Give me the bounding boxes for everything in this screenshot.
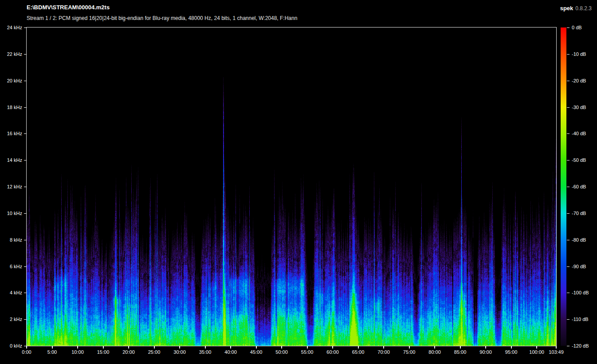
time-tick [26,346,27,348]
legend-tick [567,107,570,108]
time-tick-label: 0:00 [22,349,31,355]
legend-tick [567,187,570,187]
frequency-tick-label: 10 kHz [2,211,22,216]
time-tick-label: 25:00 [148,349,161,355]
frequency-tick [24,187,27,187]
time-tick [103,346,104,348]
frequency-tick-label: 8 kHz [2,237,22,243]
time-tick [307,346,308,348]
frequency-tick-label: 22 kHz [2,51,22,57]
legend-tick [567,293,570,293]
frequency-tick-label: 4 kHz [2,290,22,295]
app-brand: spek0.8.2.3 [560,4,592,12]
time-tick [205,346,206,348]
legend-tick [567,133,570,134]
legend-tick-label: -90 dB [572,264,586,269]
time-tick [536,346,537,348]
frequency-tick-label: 24 kHz [2,25,22,30]
time-tick [332,346,333,348]
time-tick [434,346,435,348]
frequency-tick-label: 16 kHz [2,131,22,136]
stream-description: Stream 1 / 2: PCM signed 16|20|24-bit bi… [27,15,297,21]
time-tick [460,346,461,348]
frequency-tick [24,266,27,267]
frequency-tick-label: 12 kHz [2,184,22,189]
time-tick [154,346,155,348]
time-tick-label: 40:00 [224,349,237,355]
legend-tick-label: -50 dB [572,157,586,163]
frequency-tick-label: 2 kHz [2,317,22,322]
frequency-tick [24,213,27,214]
time-tick [281,346,282,348]
legend-tick-label: 0 dB [572,25,582,30]
legend-tick-label: -70 dB [572,211,586,216]
legend-tick [567,346,570,346]
time-tick [358,346,359,348]
time-tick [485,346,486,348]
time-tick [128,346,129,348]
time-tick [383,346,384,348]
file-path-title: E:\BDMV\STREAM\00004.m2ts [27,4,110,11]
legend-tick-label: -20 dB [572,78,586,83]
frequency-tick [24,81,27,81]
time-tick-label: 15:00 [97,349,110,355]
app-version: 0.8.2.3 [575,5,592,12]
time-tick-label: 75:00 [403,349,416,355]
time-tick [511,346,512,348]
legend-tick [567,213,570,214]
time-tick [179,346,180,348]
legend-tick-label: -100 dB [572,290,589,295]
time-tick [556,346,557,348]
legend-tick-label: -30 dB [572,105,586,110]
time-tick-label: 80:00 [428,349,441,355]
legend-tick [567,319,570,320]
frequency-tick [24,293,27,293]
frequency-tick-label: 18 kHz [2,105,22,110]
time-tick-label: 90:00 [479,349,492,355]
time-tick-label: 100:00 [529,349,544,355]
legend-tick-label: -110 dB [572,317,589,322]
legend-tick-label: -80 dB [572,237,586,243]
legend-tick [567,160,570,160]
frequency-tick-label: 14 kHz [2,157,22,163]
legend-tick [567,81,570,81]
time-tick [77,346,78,348]
time-tick-label: 95:00 [505,349,518,355]
legend-tick [567,240,570,240]
time-tick [52,346,53,348]
time-tick-label: 70:00 [377,349,390,355]
time-tick-label: 20:00 [122,349,135,355]
time-tick [409,346,410,348]
legend-tick-label: -40 dB [572,131,586,136]
time-tick [256,346,257,348]
legend-tick [567,54,570,55]
time-tick-label: 50:00 [275,349,288,355]
spectrogram-frame [26,27,557,346]
frequency-tick-label: 20 kHz [2,78,22,83]
spectrogram-canvas [27,27,556,346]
time-tick-label: 60:00 [326,349,339,355]
legend-tick-label: -120 dB [572,343,589,348]
db-legend-bar [561,27,566,346]
app-name: spek [560,5,573,12]
time-tick-label: 65:00 [352,349,365,355]
frequency-tick [24,133,27,134]
time-tick-label: 45:00 [250,349,263,355]
frequency-tick [24,240,27,240]
legend-tick [567,27,570,28]
legend-tick-label: -10 dB [572,51,586,57]
time-tick-label: 103:49 [549,349,564,355]
frequency-tick [24,319,27,320]
frequency-tick [24,54,27,55]
frequency-tick [24,107,27,108]
frequency-tick [24,27,27,28]
time-tick-label: 10:00 [71,349,84,355]
time-tick-label: 30:00 [173,349,186,355]
time-tick-label: 35:00 [199,349,212,355]
legend-tick-label: -60 dB [572,184,586,189]
spek-window: E:\BDMV\STREAM\00004.m2ts spek0.8.2.3 St… [0,0,597,364]
frequency-tick-label: 0 kHz [2,343,22,348]
frequency-tick-label: 6 kHz [2,264,22,269]
time-tick [230,346,231,348]
legend-tick [567,266,570,267]
